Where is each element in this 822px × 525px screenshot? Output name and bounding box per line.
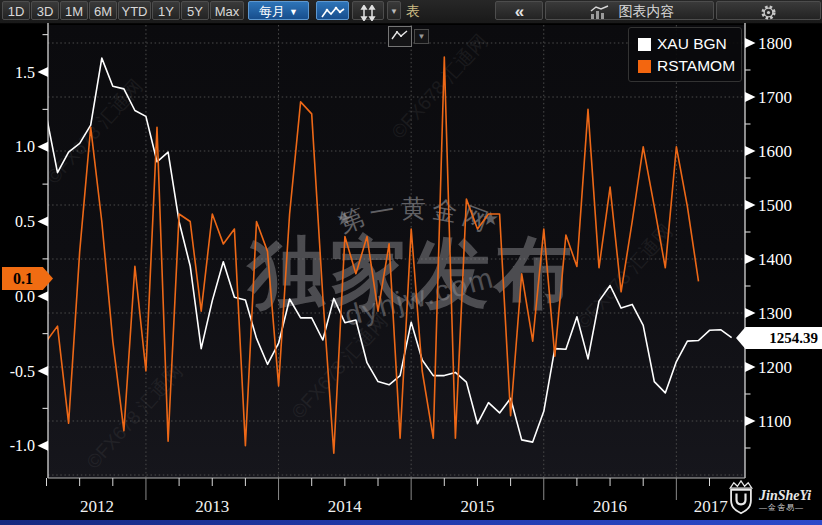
right-axis-tick-arrow [745, 146, 756, 156]
left-axis-tick-arrow [38, 217, 49, 227]
left-axis-tick-arrow [38, 366, 49, 376]
legend-item-xau-bgn[interactable]: XAU BGN [638, 33, 741, 55]
right-axis-tick-arrow [745, 308, 756, 318]
logo-script-text: JinSheYi [759, 488, 811, 503]
mini-line-chart-button[interactable] [388, 26, 412, 47]
right-axis-tick-label: 1100 [758, 412, 791, 431]
x-axis-year-label: 2014 [328, 497, 363, 516]
right-axis-tick-label: 1600 [758, 142, 792, 161]
line-chart-icon [391, 28, 409, 46]
left-axis-tick-label: 1.0 [15, 138, 35, 155]
x-axis-year-label: 2016 [593, 497, 627, 516]
bloomberg-chart-window: 1D3D1M6MYTD1Y5YMax 每月▼ [0, 0, 822, 525]
legend-swatch-white [638, 38, 651, 51]
right-axis-tick-arrow [745, 254, 756, 264]
right-axis-tick-arrow [745, 200, 756, 210]
x-axis-year-label: 2013 [195, 497, 229, 516]
right-axis-tick-label: 1400 [758, 250, 792, 269]
x-axis-year-label: 2012 [80, 497, 114, 516]
left-axis-tick-label: 0.0 [15, 288, 35, 305]
site-logo: JinSheYi —金舍易— [727, 481, 822, 519]
left-axis-tick-label: -1.0 [10, 437, 35, 454]
right-axis-tick-label: 1200 [758, 358, 792, 377]
right-axis-tick-arrow [745, 92, 756, 102]
chart-legend: XAU BGN RSTAMOM [628, 27, 742, 82]
mini-chart-type-caret[interactable]: ▼ [414, 29, 429, 44]
left-axis-tick-label: 1.5 [15, 64, 35, 81]
watermark-star-left: ★ [336, 208, 353, 229]
right-axis-tick-label: 1700 [758, 88, 792, 107]
right-axis-last-value-badge: 1254.39 [736, 327, 822, 349]
right-axis-tick-label: 1300 [758, 304, 792, 323]
right-axis-tick-label: 1800 [758, 34, 792, 53]
left-axis-tick-arrow [38, 67, 49, 77]
left-axis-last-value-badge: 0.1 [2, 267, 53, 290]
logo-sub-text: —金舍易— [759, 503, 811, 512]
left-axis-tick-arrow [38, 291, 49, 301]
left-axis-tick-label: -0.5 [10, 363, 35, 380]
right-axis-tick-arrow [745, 416, 756, 426]
right-axis-tick-label: 1500 [758, 196, 792, 215]
right-axis-tick-arrow [745, 38, 756, 48]
shield-crown-logo-icon [727, 480, 755, 520]
x-axis-year-label: 2015 [460, 497, 494, 516]
legend-swatch-orange [638, 60, 651, 73]
x-axis-year-label: 2017 [694, 497, 729, 516]
legend-item-rstamom[interactable]: RSTAMOM [638, 55, 741, 77]
right-axis-tick-arrow [745, 362, 756, 372]
legend-label: XAU BGN [657, 35, 727, 53]
left-axis-tick-label: 0.5 [15, 213, 35, 230]
legend-label: RSTAMOM [657, 57, 735, 75]
left-axis-tick-arrow [38, 142, 49, 152]
bottom-blue-strip [0, 520, 822, 525]
left-axis-tick-arrow [38, 441, 49, 451]
